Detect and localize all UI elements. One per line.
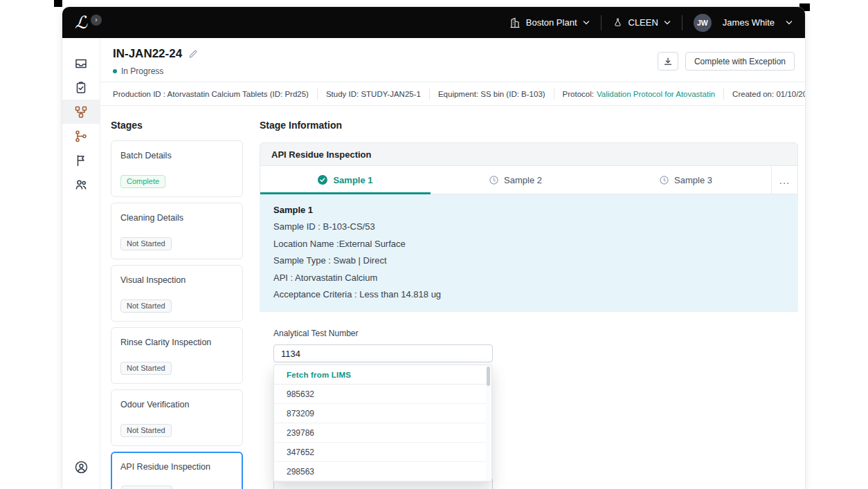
sidebar-item-support[interactable] (74, 455, 89, 479)
chevron-down-icon (664, 20, 671, 25)
sample-api-line: API : Atorvastatin Calcium (273, 270, 784, 287)
stage-card-visual-inspection[interactable]: Visual Inspection Not Started (111, 265, 243, 322)
plant-selector[interactable]: Boston Plant (509, 17, 590, 28)
stage-form: Analytical Test Number Fetch from LIMS 9… (260, 312, 798, 362)
stage-information-heading: Stage Information (260, 120, 798, 131)
tab-label: Sample 3 (674, 175, 712, 185)
sidebar-item-workflow[interactable] (62, 124, 100, 148)
status-row: In Progress (113, 66, 198, 76)
meta-divider (429, 89, 430, 100)
analytical-test-number-input[interactable] (273, 344, 493, 362)
main-content: IN-JAN22-24 In Progress C (100, 38, 805, 489)
clock-icon (660, 176, 669, 185)
ellipsis-icon: ... (779, 174, 790, 186)
stage-card-cleaning-details[interactable]: Cleaning Details Not Started (111, 203, 243, 259)
dropdown-option[interactable]: 985632 (274, 385, 491, 404)
download-button[interactable] (658, 52, 678, 71)
tab-sample-2[interactable]: Sample 2 (431, 166, 601, 194)
tabs-overflow-button[interactable]: ... (771, 166, 797, 194)
dropdown-option[interactable]: 239786 (274, 423, 491, 443)
screen-artifact-top-left (54, 0, 62, 7)
stages-column: Stages Batch Details Complete Cleaning D… (111, 120, 243, 489)
clipboard-check-icon (74, 81, 88, 95)
building-icon (509, 17, 521, 28)
sidebar-item-stages[interactable] (62, 100, 100, 124)
stage-title: Cleaning Details (120, 213, 233, 223)
sidebar-footer (62, 455, 100, 479)
sidebar-item-inbox[interactable] (62, 51, 100, 75)
dropdown-option[interactable]: 347652 (274, 443, 491, 462)
inbox-icon (74, 57, 88, 71)
protocol-link[interactable]: Validation Protocol for Atovastatin (597, 90, 715, 98)
header-actions: Complete with Exception (658, 52, 795, 71)
user-name: James White (723, 17, 775, 28)
dropdown-option[interactable]: 873209 (274, 404, 491, 423)
sidebar-item-tasks[interactable] (62, 75, 100, 100)
stage-status-badge: Not Started (120, 424, 172, 437)
meta-protocol: Protocol: Validation Protocol for Atovas… (563, 90, 716, 98)
user-menu[interactable]: JW James White (694, 14, 793, 32)
sample-title: Sample 1 (273, 205, 784, 215)
plant-label: Boston Plant (526, 17, 577, 28)
status-dot-icon (113, 69, 117, 73)
stage-status-badge: Not Started (120, 362, 172, 375)
sidebar-item-flags[interactable] (62, 148, 100, 172)
tab-label: Sample 2 (504, 175, 542, 185)
header-divider (682, 15, 682, 30)
flag-icon (74, 154, 88, 167)
tab-label: Sample 1 (333, 175, 372, 185)
fetch-from-lims-option[interactable]: Fetch from LIMS (274, 365, 491, 385)
dropdown-option[interactable]: 298563 (274, 462, 491, 481)
sidebar-expand-button[interactable]: › (91, 15, 102, 26)
stage-card-api-residue-inspection[interactable]: API Residue Inspection Not Started (111, 452, 243, 489)
check-circle-icon (318, 175, 327, 185)
dropdown-scrollbar-thumb[interactable] (487, 367, 490, 386)
module-label: CLEEN (629, 17, 658, 28)
meta-divider (723, 89, 724, 100)
stage-information-column: Stage Information API Residue Inspection… (260, 120, 798, 362)
stage-title: Visual Inspection (120, 275, 233, 285)
edit-icon[interactable] (188, 49, 198, 59)
test-number-dropdown: Fetch from LIMS 985632 873209 239786 347… (273, 365, 492, 482)
stage-panel-title: API Residue Inspection (271, 149, 371, 160)
stage-card-odour-verification[interactable]: Odour Verification Not Started (111, 389, 243, 446)
flask-icon (613, 17, 623, 28)
stages-heading: Stages (111, 120, 243, 131)
sample-id-line: Sample ID : B-103-CS/53 (273, 219, 784, 236)
meta-production-id: Production ID : Atorvastatin Calcium Tab… (113, 90, 309, 98)
tab-sample-3[interactable]: Sample 3 (601, 166, 771, 194)
chevron-down-icon (583, 20, 590, 25)
header-right: Boston Plant CLEEN JW J (509, 14, 793, 32)
stage-card-batch-details[interactable]: Batch Details Complete (111, 140, 243, 197)
meta-divider (554, 89, 554, 100)
meta-study-id: Study ID: STUDY-JAN25-1 (326, 90, 421, 98)
stage-card-rinse-clarity-inspection[interactable]: Rinse Clarity Inspection Not Started (111, 327, 243, 384)
batch-meta-bar: Production ID : Atorvastatin Calcium Tab… (100, 82, 805, 106)
sidebar (62, 38, 100, 489)
app-window: ℒ › Boston Plant (62, 7, 805, 489)
meta-protocol-label: Protocol: (563, 90, 594, 98)
analytical-test-number-label: Analytical Test Number (273, 329, 798, 338)
status-badge: In Progress (121, 66, 163, 76)
stage-title: Rinse Clarity Inspection (120, 338, 233, 347)
module-selector[interactable]: CLEEN (613, 17, 671, 28)
tab-sample-1[interactable]: Sample 1 (260, 166, 431, 194)
sample-location-line: Location Name :External Surface (273, 236, 784, 253)
download-icon (663, 57, 673, 66)
stage-status-badge: Not Started (120, 237, 172, 250)
sidebar-item-team[interactable] (62, 172, 100, 196)
avatar: JW (694, 14, 712, 32)
page-title: IN-JAN22-24 (113, 47, 182, 61)
support-icon (74, 460, 89, 474)
meta-created-on: Created on: 01/10/2025 11:41:39 (732, 90, 805, 98)
page-body: Stages Batch Details Complete Cleaning D… (100, 106, 805, 489)
stage-title: API Residue Inspection (120, 462, 233, 472)
chevron-down-icon (786, 20, 793, 25)
complete-with-exception-button[interactable]: Complete with Exception (685, 52, 795, 71)
stage-title: Odour Verification (120, 400, 233, 409)
workflow-icon (74, 129, 88, 143)
stage-status-badge: Not Started (121, 486, 172, 489)
meta-equipment: Equipment: SS bin (ID: B-103) (438, 90, 545, 98)
chevron-right-icon: › (95, 16, 97, 24)
top-bar: ℒ › Boston Plant (62, 7, 805, 38)
